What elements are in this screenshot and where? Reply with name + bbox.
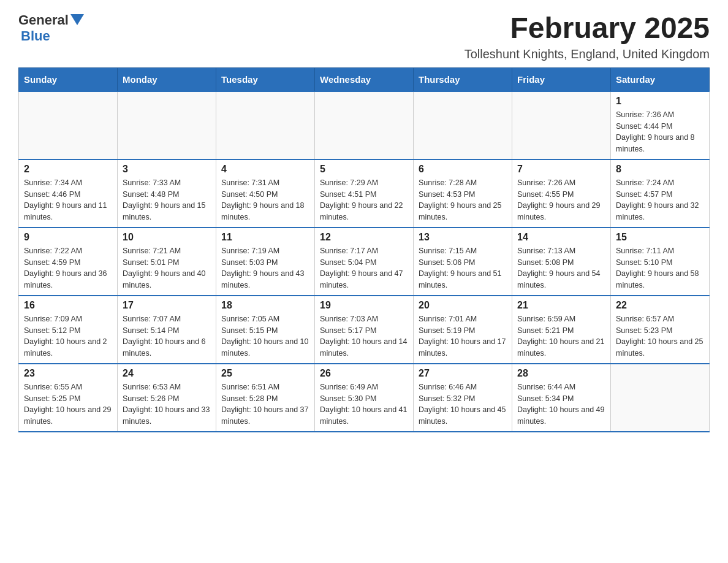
svg-marker-0 [70, 14, 84, 25]
table-row: 22Sunrise: 6:57 AMSunset: 5:23 PMDayligh… [611, 296, 710, 364]
table-row: 11Sunrise: 7:19 AMSunset: 5:03 PMDayligh… [216, 228, 315, 296]
table-row: 28Sunrise: 6:44 AMSunset: 5:34 PMDayligh… [512, 364, 611, 432]
day-info: Sunrise: 7:31 AMSunset: 4:50 PMDaylight:… [221, 177, 309, 223]
day-info: Sunrise: 7:09 AMSunset: 5:12 PMDaylight:… [24, 313, 112, 359]
table-row [19, 91, 118, 159]
table-row: 24Sunrise: 6:53 AMSunset: 5:26 PMDayligh… [118, 364, 216, 432]
day-number: 20 [419, 300, 507, 311]
table-row: 18Sunrise: 7:05 AMSunset: 5:15 PMDayligh… [216, 296, 315, 364]
day-number: 5 [320, 164, 408, 175]
day-info: Sunrise: 6:55 AMSunset: 5:25 PMDaylight:… [24, 381, 112, 427]
title-block: February 2025 Tolleshunt Knights, Englan… [464, 12, 710, 61]
day-number: 23 [24, 368, 112, 379]
day-info: Sunrise: 7:29 AMSunset: 4:51 PMDaylight:… [320, 177, 408, 223]
day-info: Sunrise: 7:15 AMSunset: 5:06 PMDaylight:… [419, 245, 507, 291]
table-row: 25Sunrise: 6:51 AMSunset: 5:28 PMDayligh… [216, 364, 315, 432]
calendar-week-row: 1Sunrise: 7:36 AMSunset: 4:44 PMDaylight… [19, 91, 710, 159]
day-number: 4 [221, 164, 309, 175]
table-row: 12Sunrise: 7:17 AMSunset: 5:04 PMDayligh… [315, 228, 414, 296]
page-header: General Blue February 2025 Tolleshunt Kn… [18, 12, 710, 61]
day-info: Sunrise: 6:51 AMSunset: 5:28 PMDaylight:… [221, 381, 309, 427]
day-number: 14 [517, 232, 605, 243]
month-title: February 2025 [464, 12, 710, 45]
col-monday: Monday [118, 67, 216, 91]
day-number: 17 [123, 300, 211, 311]
col-tuesday: Tuesday [216, 67, 315, 91]
day-info: Sunrise: 7:24 AMSunset: 4:57 PMDaylight:… [616, 177, 704, 223]
day-info: Sunrise: 6:46 AMSunset: 5:32 PMDaylight:… [419, 381, 507, 427]
day-number: 8 [616, 164, 704, 175]
day-info: Sunrise: 7:34 AMSunset: 4:46 PMDaylight:… [24, 177, 112, 223]
day-number: 10 [123, 232, 211, 243]
day-info: Sunrise: 7:33 AMSunset: 4:48 PMDaylight:… [123, 177, 211, 223]
table-row: 5Sunrise: 7:29 AMSunset: 4:51 PMDaylight… [315, 159, 414, 228]
table-row [118, 91, 216, 159]
table-row: 4Sunrise: 7:31 AMSunset: 4:50 PMDaylight… [216, 159, 315, 228]
day-number: 13 [419, 232, 507, 243]
table-row: 27Sunrise: 6:46 AMSunset: 5:32 PMDayligh… [414, 364, 512, 432]
calendar-week-row: 16Sunrise: 7:09 AMSunset: 5:12 PMDayligh… [19, 296, 710, 364]
table-row: 19Sunrise: 7:03 AMSunset: 5:17 PMDayligh… [315, 296, 414, 364]
day-number: 2 [24, 164, 112, 175]
day-number: 25 [221, 368, 309, 379]
table-row: 23Sunrise: 6:55 AMSunset: 5:25 PMDayligh… [19, 364, 118, 432]
day-info: Sunrise: 7:11 AMSunset: 5:10 PMDaylight:… [616, 245, 704, 291]
table-row [315, 91, 414, 159]
location: Tolleshunt Knights, England, United King… [464, 47, 710, 61]
day-info: Sunrise: 7:05 AMSunset: 5:15 PMDaylight:… [221, 313, 309, 359]
day-number: 3 [123, 164, 211, 175]
table-row: 3Sunrise: 7:33 AMSunset: 4:48 PMDaylight… [118, 159, 216, 228]
day-number: 11 [221, 232, 309, 243]
day-number: 9 [24, 232, 112, 243]
table-row: 8Sunrise: 7:24 AMSunset: 4:57 PMDaylight… [611, 159, 710, 228]
table-row: 17Sunrise: 7:07 AMSunset: 5:14 PMDayligh… [118, 296, 216, 364]
table-row: 13Sunrise: 7:15 AMSunset: 5:06 PMDayligh… [414, 228, 512, 296]
table-row: 7Sunrise: 7:26 AMSunset: 4:55 PMDaylight… [512, 159, 611, 228]
table-row: 20Sunrise: 7:01 AMSunset: 5:19 PMDayligh… [414, 296, 512, 364]
table-row: 14Sunrise: 7:13 AMSunset: 5:08 PMDayligh… [512, 228, 611, 296]
table-row: 9Sunrise: 7:22 AMSunset: 4:59 PMDaylight… [19, 228, 118, 296]
day-info: Sunrise: 6:49 AMSunset: 5:30 PMDaylight:… [320, 381, 408, 427]
day-info: Sunrise: 7:36 AMSunset: 4:44 PMDaylight:… [616, 109, 704, 155]
table-row: 21Sunrise: 6:59 AMSunset: 5:21 PMDayligh… [512, 296, 611, 364]
day-number: 6 [419, 164, 507, 175]
day-number: 22 [616, 300, 704, 311]
day-info: Sunrise: 6:53 AMSunset: 5:26 PMDaylight:… [123, 381, 211, 427]
day-number: 12 [320, 232, 408, 243]
table-row [611, 364, 710, 432]
calendar-week-row: 9Sunrise: 7:22 AMSunset: 4:59 PMDaylight… [19, 228, 710, 296]
calendar-week-row: 23Sunrise: 6:55 AMSunset: 5:25 PMDayligh… [19, 364, 710, 432]
table-row: 16Sunrise: 7:09 AMSunset: 5:12 PMDayligh… [19, 296, 118, 364]
day-info: Sunrise: 7:19 AMSunset: 5:03 PMDaylight:… [221, 245, 309, 291]
table-row: 10Sunrise: 7:21 AMSunset: 5:01 PMDayligh… [118, 228, 216, 296]
col-wednesday: Wednesday [315, 67, 414, 91]
day-number: 16 [24, 300, 112, 311]
logo-general: General [18, 12, 69, 28]
day-info: Sunrise: 7:07 AMSunset: 5:14 PMDaylight:… [123, 313, 211, 359]
col-friday: Friday [512, 67, 611, 91]
logo-triangle-icon [70, 14, 84, 25]
day-info: Sunrise: 7:21 AMSunset: 5:01 PMDaylight:… [123, 245, 211, 291]
day-info: Sunrise: 7:28 AMSunset: 4:53 PMDaylight:… [419, 177, 507, 223]
calendar-table: Sunday Monday Tuesday Wednesday Thursday… [18, 67, 710, 432]
calendar-week-row: 2Sunrise: 7:34 AMSunset: 4:46 PMDaylight… [19, 159, 710, 228]
table-row: 26Sunrise: 6:49 AMSunset: 5:30 PMDayligh… [315, 364, 414, 432]
day-number: 24 [123, 368, 211, 379]
day-info: Sunrise: 7:17 AMSunset: 5:04 PMDaylight:… [320, 245, 408, 291]
day-info: Sunrise: 7:01 AMSunset: 5:19 PMDaylight:… [419, 313, 507, 359]
day-number: 7 [517, 164, 605, 175]
day-info: Sunrise: 6:44 AMSunset: 5:34 PMDaylight:… [517, 381, 605, 427]
logo-blue: Blue [21, 28, 50, 44]
day-number: 26 [320, 368, 408, 379]
table-row: 6Sunrise: 7:28 AMSunset: 4:53 PMDaylight… [414, 159, 512, 228]
day-number: 21 [517, 300, 605, 311]
table-row [216, 91, 315, 159]
col-thursday: Thursday [414, 67, 512, 91]
day-number: 15 [616, 232, 704, 243]
table-row: 15Sunrise: 7:11 AMSunset: 5:10 PMDayligh… [611, 228, 710, 296]
table-row: 2Sunrise: 7:34 AMSunset: 4:46 PMDaylight… [19, 159, 118, 228]
day-info: Sunrise: 7:03 AMSunset: 5:17 PMDaylight:… [320, 313, 408, 359]
day-info: Sunrise: 6:57 AMSunset: 5:23 PMDaylight:… [616, 313, 704, 359]
day-number: 18 [221, 300, 309, 311]
table-row: 1Sunrise: 7:36 AMSunset: 4:44 PMDaylight… [611, 91, 710, 159]
